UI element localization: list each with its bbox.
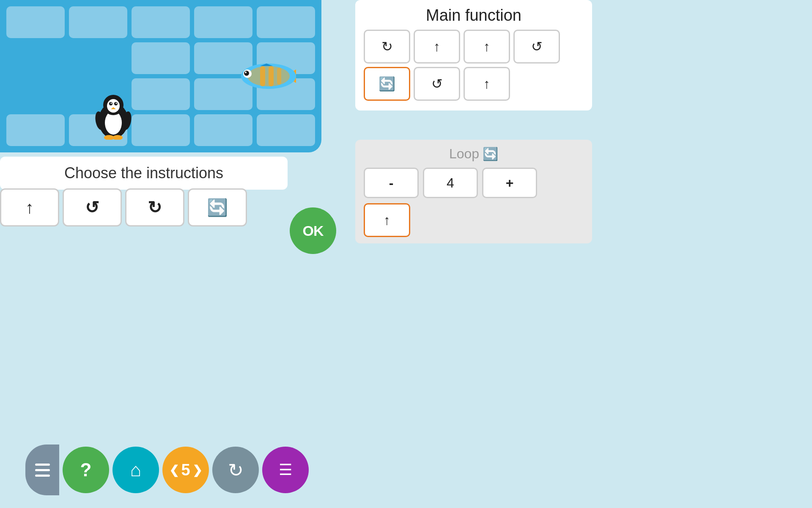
grid-cell (132, 78, 190, 110)
svg-point-6 (111, 103, 112, 104)
loop-refresh-icon: 🔄 (483, 146, 498, 161)
grid-cell-empty (6, 42, 65, 74)
func-btn-2-3[interactable]: ↑ (464, 67, 510, 101)
instructions-title: Choose the instructions (64, 164, 223, 182)
svg-rect-17 (269, 66, 274, 86)
svg-point-20 (244, 71, 249, 76)
hamburger-line-1 (35, 464, 50, 466)
level-number: 5 (181, 461, 190, 479)
loop-label: Loop (449, 146, 479, 162)
refresh-icon: ↻ (228, 459, 244, 481)
func-btn-2-2[interactable]: ↺ (414, 67, 460, 101)
grid-cell (132, 42, 190, 74)
loop-inner-buttons: ↑ (364, 203, 584, 237)
grid-cell (6, 6, 65, 38)
home-button[interactable]: ⌂ (112, 447, 159, 493)
hamburger-button[interactable] (25, 444, 59, 495)
instruction-btn-turn-left[interactable]: ↺ (63, 188, 122, 226)
func-btn-1-4[interactable]: ↺ (513, 30, 560, 64)
fish-character (237, 64, 296, 106)
grid-cell (132, 6, 190, 38)
help-button[interactable]: ? (63, 447, 109, 493)
grid-cell-empty (6, 78, 65, 110)
grid-cell (132, 114, 190, 146)
refresh-button[interactable]: ↻ (212, 447, 259, 493)
loop-title: Loop 🔄 (364, 146, 584, 162)
grid-cell (257, 114, 315, 146)
loop-decrement-btn[interactable]: - (364, 168, 419, 198)
home-icon: ⌂ (130, 459, 142, 480)
level-right-arrow: ❯ (192, 463, 202, 477)
grid-cell-empty (69, 42, 127, 74)
svg-point-21 (245, 72, 247, 73)
instruction-btn-up[interactable]: ↑ (0, 188, 59, 226)
grid-cell (257, 6, 315, 38)
loop-count-display: 4 (423, 168, 478, 198)
grid-cell (6, 114, 65, 146)
loop-inner-btn-up[interactable]: ↑ (364, 203, 410, 237)
func-btn-1-3[interactable]: ↑ (464, 30, 510, 64)
instructions-panel: Choose the instructions (0, 157, 288, 190)
svg-point-3 (107, 99, 120, 113)
function-row-2: 🔄 ↺ ↑ (364, 67, 584, 101)
loop-increment-btn[interactable]: + (482, 168, 537, 198)
level-left-arrow: ❮ (169, 463, 179, 477)
ok-label: OK (303, 223, 324, 239)
level-display: ❮ 5 ❯ (169, 461, 202, 479)
function-row-1: ↻ ↑ ↑ ↺ (364, 30, 584, 64)
main-function-title: Main function (364, 6, 584, 25)
loop-panel: Loop 🔄 - 4 + ↑ (355, 140, 592, 243)
level-button[interactable]: ❮ 5 ❯ (162, 447, 209, 493)
grid-cell (194, 6, 252, 38)
grid-cell (194, 114, 252, 146)
main-function-panel: Main function ↻ ↑ ↑ ↺ 🔄 ↺ ↑ (355, 0, 592, 110)
instruction-btn-loop-turn[interactable]: 🔄 (188, 188, 247, 226)
bottom-toolbar: ? ⌂ ❮ 5 ❯ ↻ ☰ (25, 444, 309, 495)
hamburger-line-3 (35, 475, 50, 477)
func-btn-1-2[interactable]: ↑ (414, 30, 460, 64)
grid-cell (69, 6, 127, 38)
ok-button[interactable]: OK (290, 207, 336, 254)
instruction-btn-turn-right[interactable]: ↻ (125, 188, 184, 226)
instruction-buttons-row: ↑ ↺ ↻ 🔄 (0, 188, 247, 226)
hamburger-line-2 (35, 469, 50, 471)
menu-icon: ☰ (279, 461, 292, 479)
svg-rect-18 (277, 68, 281, 85)
func-btn-2-1[interactable]: 🔄 (364, 67, 410, 101)
penguin-character (92, 93, 134, 140)
help-icon: ? (80, 459, 92, 480)
func-btn-1-1[interactable]: ↻ (364, 30, 410, 64)
svg-rect-16 (260, 66, 265, 86)
loop-controls: - 4 + (364, 168, 584, 198)
svg-point-7 (116, 103, 117, 104)
menu-button[interactable]: ☰ (262, 447, 309, 493)
